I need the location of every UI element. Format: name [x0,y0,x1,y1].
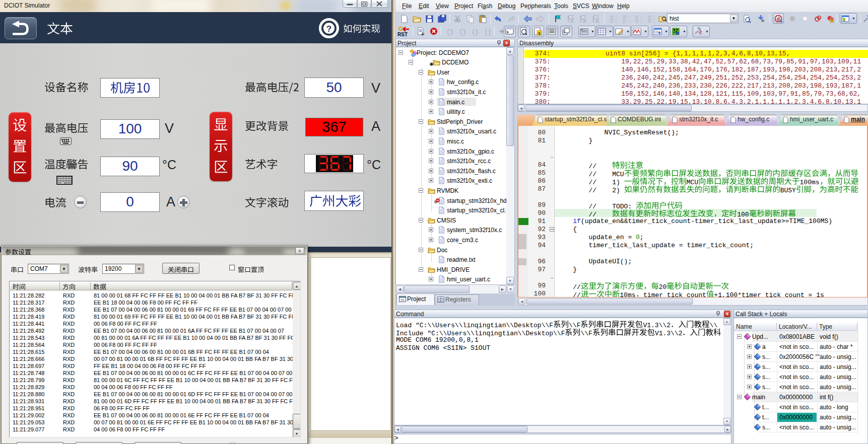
svg-text:RST: RST [397,32,408,37]
svg-text:{}: {} [446,29,453,36]
svg-text:{}: {} [459,29,466,36]
svg-text:{}: {} [472,29,479,36]
svg-text:d: d [777,16,780,22]
svg-text:S: S [538,31,541,36]
svg-text:{}: {} [484,29,491,36]
svg-text:?: ? [326,24,331,34]
